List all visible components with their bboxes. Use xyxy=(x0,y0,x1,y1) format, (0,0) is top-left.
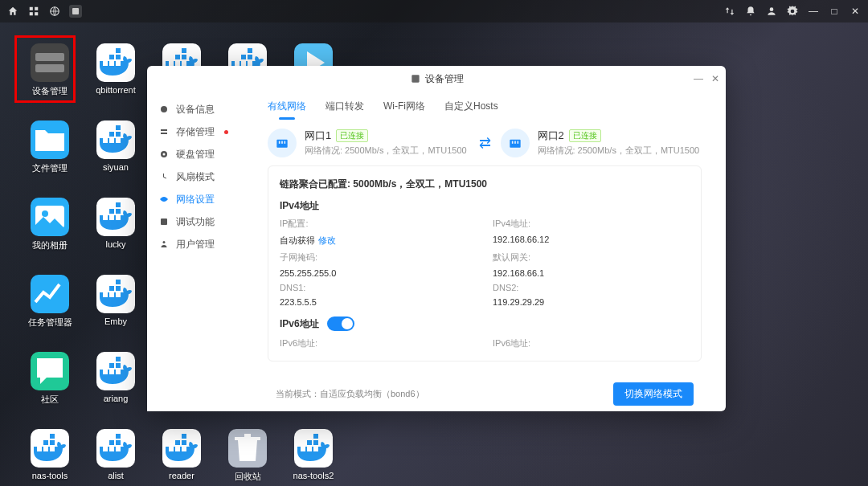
port-1[interactable]: 网口1已连接 网络情况: 2500Mb/s，全双工，MTU1500 xyxy=(268,129,469,157)
chat-icon xyxy=(31,352,69,390)
docker-icon xyxy=(96,275,135,313)
sidebar-item-3[interactable]: 风扇模式 xyxy=(147,165,252,188)
desktop-icon-label: reader xyxy=(169,471,194,480)
docker-icon xyxy=(96,352,135,390)
svg-rect-0 xyxy=(30,7,33,10)
desktop-icon-label: siyuan xyxy=(103,162,129,172)
ipv6-label-b: IPv6地址: xyxy=(493,337,690,349)
desktop-icon[interactable]: 设备管理 xyxy=(24,43,76,97)
tab-3[interactable]: 自定义Hosts xyxy=(444,93,498,120)
dialog-close-icon[interactable]: ✕ xyxy=(711,73,719,84)
desktop-icon-label: ariang xyxy=(104,394,129,403)
sidebar-item-2[interactable]: 硬盘管理 xyxy=(147,143,252,165)
docker-icon xyxy=(96,429,135,468)
port-detail: 网络情况: 2500Mb/s，全双工，MTU1500 xyxy=(538,145,702,157)
ipv4-label: IPv4地址: xyxy=(493,218,690,230)
sidebar-label: 用户管理 xyxy=(176,238,215,251)
svg-rect-24 xyxy=(517,141,518,144)
desktop-icon[interactable]: qbittorrent xyxy=(90,43,141,95)
current-mode: 当前模式：自适应负载均衡（bond6） xyxy=(276,388,424,400)
tab-1[interactable]: 端口转发 xyxy=(326,93,364,120)
svg-rect-11 xyxy=(411,75,419,82)
dialog-minimize-icon[interactable]: — xyxy=(694,73,703,84)
svg-rect-5 xyxy=(72,8,79,14)
dns2-label: DNS2: xyxy=(493,283,690,292)
notification-dot xyxy=(224,130,228,134)
sidebar-item-6[interactable]: 用户管理 xyxy=(147,233,252,255)
tab-2[interactable]: Wi-Fi网络 xyxy=(383,93,425,120)
sidebar-item-1[interactable]: 存储管理 xyxy=(147,120,252,143)
aggregation-title: 链路聚合已配置: 5000Mb/s，全双工，MTU1500 xyxy=(280,178,690,191)
desktop-icon-label: nas-tools2 xyxy=(293,471,334,480)
svg-rect-19 xyxy=(281,141,283,144)
taskbar-transfer-icon[interactable] xyxy=(723,5,736,18)
sidebar-label: 存储管理 xyxy=(176,125,215,139)
ethernet-icon xyxy=(501,129,530,157)
svg-point-12 xyxy=(161,106,167,112)
desktop-icon[interactable]: nas-tools xyxy=(24,429,76,480)
sidebar-item-0[interactable]: 设备信息 xyxy=(147,98,252,120)
sidebar-label: 设备信息 xyxy=(176,103,215,116)
taskbar-app-active[interactable] xyxy=(69,5,82,18)
taskbar-globe-icon[interactable] xyxy=(48,5,61,18)
dialog-main: 有线网络端口转发Wi-Fi网络自定义Hosts 网口1已连接 网络情况: 250… xyxy=(252,92,726,411)
svg-point-6 xyxy=(770,7,774,11)
tab-0[interactable]: 有线网络 xyxy=(268,93,306,120)
ipv6-toggle[interactable] xyxy=(327,317,354,331)
desktop-icon[interactable]: ariang xyxy=(90,352,141,403)
sidebar-icon xyxy=(158,127,170,137)
ethernet-icon xyxy=(268,129,297,157)
port-status: 已连接 xyxy=(336,129,368,142)
dialog-device-manager: 设备管理 — ✕ 设备信息存储管理硬盘管理风扇模式网络设置调试功能用户管理 有线… xyxy=(147,66,726,411)
window-maximize[interactable]: □ xyxy=(828,5,841,18)
desktop-icon-label: 社区 xyxy=(41,394,59,406)
desktop-icon[interactable]: 任务管理器 xyxy=(24,275,76,329)
taskbar-apps-icon[interactable] xyxy=(27,5,40,18)
window-minimize[interactable]: — xyxy=(807,5,820,18)
dialog-sidebar: 设备信息存储管理硬盘管理风扇模式网络设置调试功能用户管理 xyxy=(147,92,252,411)
port-name: 网口1 xyxy=(305,129,331,143)
desktop-icon[interactable]: 我的相册 xyxy=(24,198,76,251)
sidebar-icon xyxy=(158,239,170,249)
sidebar-icon xyxy=(158,104,170,114)
ipv4-section-title: IPv4地址 xyxy=(280,199,690,213)
dns1-value: 223.5.5.5 xyxy=(280,297,477,307)
svg-point-14 xyxy=(163,153,166,156)
taskbar-gear-icon[interactable] xyxy=(786,5,799,18)
modify-link[interactable]: 修改 xyxy=(318,235,336,245)
docker-icon xyxy=(96,198,135,236)
sidebar-item-5[interactable]: 调试功能 xyxy=(147,210,252,233)
desktop-icon[interactable]: nas-tools2 xyxy=(288,429,339,480)
tabs: 有线网络端口转发Wi-Fi网络自定义Hosts xyxy=(260,92,710,120)
desktop-icon-label: qbittorrent xyxy=(96,85,136,95)
sidebar-item-4[interactable]: 网络设置 xyxy=(147,188,252,210)
ipv4-value: 192.168.66.12 xyxy=(493,235,690,247)
svg-rect-7 xyxy=(35,53,64,61)
sidebar-icon xyxy=(158,194,170,204)
mask-value: 255.255.255.0 xyxy=(280,268,477,278)
taskbar-bell-icon[interactable] xyxy=(744,5,757,18)
svg-rect-8 xyxy=(35,64,64,72)
docker-icon xyxy=(162,429,201,468)
docker-icon xyxy=(96,120,135,159)
desktop-icon[interactable]: Emby xyxy=(90,275,141,326)
port-2[interactable]: 网口2已连接 网络情况: 2500Mb/s，全双工，MTU1500 xyxy=(501,129,702,157)
dialog-footer: 当前模式：自适应负载均衡（bond6） 切换网络模式 xyxy=(260,376,710,411)
dialog-titlebar: 设备管理 — ✕ xyxy=(147,66,726,92)
desktop-icon[interactable]: 社区 xyxy=(24,352,76,406)
window-close[interactable]: ✕ xyxy=(849,5,862,18)
desktop-icon[interactable]: siyuan xyxy=(90,120,141,172)
svg-rect-22 xyxy=(511,141,513,144)
sidebar-icon xyxy=(158,217,170,227)
taskbar-home-icon[interactable] xyxy=(6,5,19,18)
taskbar-user-icon[interactable] xyxy=(765,5,778,18)
desktop-icon[interactable]: 回收站 xyxy=(222,429,273,483)
svg-point-16 xyxy=(163,241,166,243)
desktop-icon[interactable]: 文件管理 xyxy=(24,120,76,174)
desktop-icon-label: 回收站 xyxy=(235,471,261,483)
desktop-icon[interactable]: alist xyxy=(90,429,141,480)
desktop-icon[interactable]: lucky xyxy=(90,198,141,249)
desktop-icon[interactable]: reader xyxy=(156,429,207,480)
switch-mode-button[interactable]: 切换网络模式 xyxy=(613,382,694,406)
svg-rect-15 xyxy=(161,218,167,225)
